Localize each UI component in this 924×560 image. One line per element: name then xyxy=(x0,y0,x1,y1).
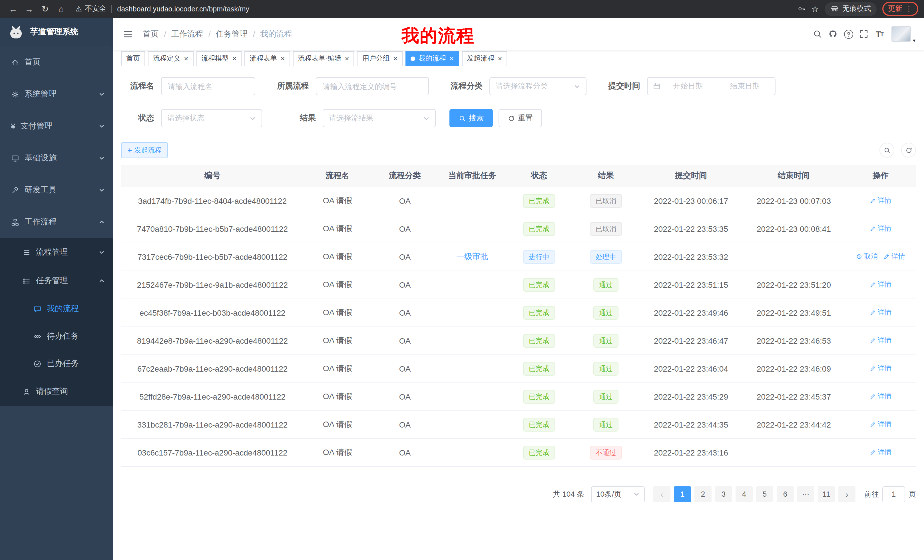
detail-action[interactable]: 详情 xyxy=(870,308,891,317)
search-button[interactable]: 搜索 xyxy=(449,109,493,127)
github-icon[interactable] xyxy=(825,26,841,42)
parent-process-input[interactable] xyxy=(316,77,429,95)
search-icon[interactable] xyxy=(810,26,825,42)
pager-ellipsis[interactable]: ⋯ xyxy=(797,486,814,502)
close-icon[interactable]: × xyxy=(393,55,398,62)
detail-action[interactable]: 详情 xyxy=(870,364,891,373)
reset-button[interactable]: 重置 xyxy=(498,109,542,127)
pager-page-11[interactable]: 11 xyxy=(818,486,835,502)
breadcrumb-workflow[interactable]: 工作流程 xyxy=(171,29,203,39)
cell-actions: 详情 xyxy=(845,382,916,410)
detail-action[interactable]: 详情 xyxy=(870,196,891,205)
hamburger-icon[interactable] xyxy=(122,29,134,39)
close-icon[interactable]: × xyxy=(449,55,454,62)
detail-action[interactable]: 详情 xyxy=(870,280,891,289)
browser-home-icon[interactable]: ⌂ xyxy=(54,4,69,14)
back-icon[interactable]: ← xyxy=(6,4,21,14)
next-page-button[interactable]: › xyxy=(838,486,855,502)
sidebar-item-workflow[interactable]: 工作流程 xyxy=(0,206,113,238)
avatar-caret-icon[interactable]: ▾ xyxy=(913,38,915,43)
status-tag: 已完成 xyxy=(523,334,555,347)
tab-start-process[interactable]: 发起流程× xyxy=(462,51,507,66)
close-icon[interactable]: × xyxy=(232,55,236,62)
detail-action[interactable]: 详情 xyxy=(884,252,905,262)
tab-user-group[interactable]: 用户分组× xyxy=(357,51,403,66)
status-select[interactable]: 请选择状态 xyxy=(161,109,262,127)
sidebar-item-todo-tasks[interactable]: 待办任务 xyxy=(0,322,113,350)
bookmark-star-icon[interactable]: ☆ xyxy=(811,4,819,14)
pager-page-6[interactable]: 6 xyxy=(777,486,794,502)
incognito-badge[interactable]: 无痕模式 xyxy=(825,2,877,16)
cell-name: OA 请假 xyxy=(304,215,371,243)
current-task-link[interactable]: 一级审批 xyxy=(456,252,488,261)
submit-time-range[interactable]: 开始日期 - 结束日期 xyxy=(647,77,776,95)
detail-action[interactable]: 详情 xyxy=(870,448,891,457)
filter-parent-process: 所属流程 xyxy=(269,77,429,95)
address-bar[interactable]: ⚠ 不安全 dashboard.yudao.iocoder.cn/bpm/tas… xyxy=(75,0,790,18)
detail-action[interactable]: 详情 xyxy=(870,335,891,345)
font-size-icon[interactable]: TT xyxy=(872,26,887,42)
sidebar-item-devtools[interactable]: 研发工具 xyxy=(0,174,113,206)
kebab-menu-icon[interactable]: ⋮ xyxy=(905,5,913,13)
table-refresh-icon[interactable] xyxy=(901,143,916,157)
breadcrumb-separator: / xyxy=(164,29,166,39)
help-icon[interactable]: ? xyxy=(841,26,856,42)
menu-label: 基础设施 xyxy=(24,153,57,163)
close-icon[interactable]: × xyxy=(280,55,285,62)
cell-name: OA 请假 xyxy=(304,187,371,215)
fullscreen-icon[interactable] xyxy=(856,26,872,42)
cell-result: 通过 xyxy=(572,298,640,326)
sidebar-item-leave-query[interactable]: 请假查询 xyxy=(0,377,113,406)
tab-home[interactable]: 首页 xyxy=(121,51,145,66)
sidebar-item-done-tasks[interactable]: 已办任务 xyxy=(0,350,113,377)
cell-id: 331bc281-7b9a-11ec-a290-acde48001122 xyxy=(121,410,304,439)
pager-page-2[interactable]: 2 xyxy=(694,486,711,502)
process-name-input[interactable] xyxy=(161,77,255,95)
forward-icon[interactable]: → xyxy=(22,4,36,14)
user-icon xyxy=(22,387,31,396)
cell-result: 通过 xyxy=(572,410,640,439)
sidebar-item-process-mgmt[interactable]: 流程管理 xyxy=(0,238,113,267)
close-icon[interactable]: × xyxy=(184,55,188,62)
tab-process-definition[interactable]: 流程定义× xyxy=(148,51,193,66)
tab-process-model[interactable]: 流程模型× xyxy=(196,51,242,66)
page-size-select[interactable]: 10条/页 xyxy=(591,486,645,502)
pager-page-1[interactable]: 1 xyxy=(674,486,691,502)
close-icon[interactable]: × xyxy=(498,55,502,62)
update-button[interactable]: 更新 ⋮ xyxy=(882,2,918,16)
col-name: 流程名 xyxy=(304,165,371,187)
action-label: 详情 xyxy=(878,392,891,401)
tab-process-form-edit[interactable]: 流程表单-编辑× xyxy=(293,51,354,66)
detail-action[interactable]: 详情 xyxy=(870,224,891,234)
avatar[interactable] xyxy=(892,26,911,42)
toggle-search-icon[interactable] xyxy=(879,143,894,157)
pager-page-4[interactable]: 4 xyxy=(735,486,753,502)
sidebar-item-home[interactable]: 首页 xyxy=(0,46,113,78)
breadcrumb-task-mgmt[interactable]: 任务管理 xyxy=(216,29,248,39)
detail-action[interactable]: 详情 xyxy=(870,419,891,429)
main-area: 首页 / 工作流程 / 任务管理 / 我的流程 ? TT ▾ 我的流程 首页流程… xyxy=(113,18,924,560)
category-select[interactable]: 请选择流程分类 xyxy=(489,77,586,95)
sidebar-item-payment[interactable]: ¥支付管理 xyxy=(0,110,113,142)
pager-page-3[interactable]: 3 xyxy=(715,486,732,502)
pager-page-5[interactable]: 5 xyxy=(756,486,773,502)
close-icon[interactable]: × xyxy=(345,55,349,62)
sidebar-item-task-mgmt[interactable]: 任务管理 xyxy=(0,267,113,295)
reload-icon[interactable]: ↻ xyxy=(38,4,52,14)
goto-page-input[interactable] xyxy=(882,486,905,502)
key-icon[interactable] xyxy=(797,4,806,13)
prev-page-button[interactable]: ‹ xyxy=(653,486,670,502)
sidebar-item-system[interactable]: 系统管理 xyxy=(0,78,113,110)
breadcrumb-home[interactable]: 首页 xyxy=(143,29,159,39)
table-row: 03c6c157-7b9a-11ec-a290-acde48001122OA 请… xyxy=(121,439,916,466)
tab-my-process[interactable]: 我的流程× xyxy=(405,51,459,66)
start-process-button[interactable]: + 发起流程 xyxy=(121,142,168,158)
sidebar-item-infrastructure[interactable]: 基础设施 xyxy=(0,142,113,174)
detail-action[interactable]: 详情 xyxy=(870,392,891,401)
col-status: 状态 xyxy=(506,165,572,187)
sidebar-item-my-process[interactable]: 我的流程 xyxy=(0,295,113,322)
result-tag: 通过 xyxy=(593,278,618,291)
tab-process-form[interactable]: 流程表单× xyxy=(244,51,290,66)
cancel-action[interactable]: 取消 xyxy=(856,252,878,262)
result-select[interactable]: 请选择流结果 xyxy=(322,109,436,127)
